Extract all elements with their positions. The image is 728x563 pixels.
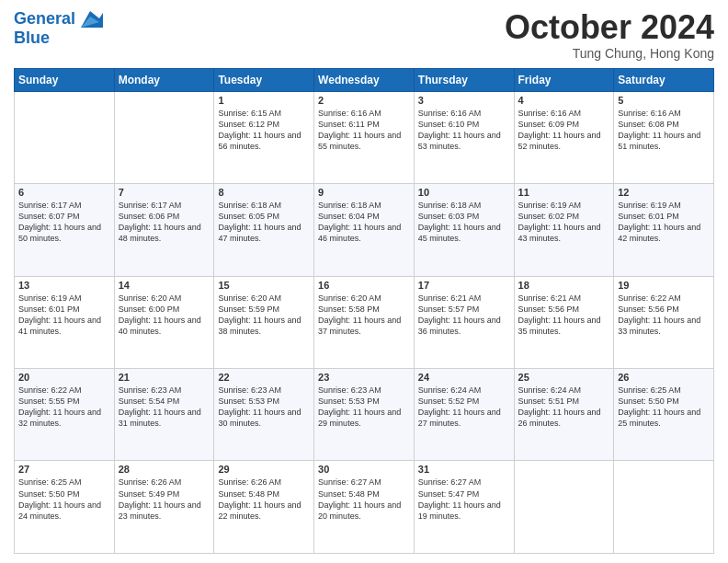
- day-number: 17: [418, 280, 510, 291]
- day-number: 20: [18, 372, 110, 383]
- cell-details: Sunrise: 6:18 AM Sunset: 6:04 PM Dayligh…: [318, 200, 410, 245]
- day-number: 19: [618, 280, 710, 291]
- day-number: 10: [418, 187, 510, 198]
- day-number: 23: [318, 372, 410, 383]
- table-row: [614, 461, 714, 554]
- day-number: 13: [18, 280, 110, 291]
- col-monday: Monday: [114, 68, 214, 91]
- day-number: 4: [518, 95, 610, 106]
- day-number: 12: [618, 187, 710, 198]
- cell-details: Sunrise: 6:27 AM Sunset: 5:48 PM Dayligh…: [318, 477, 410, 522]
- month-title: October 2024: [505, 9, 714, 46]
- cell-details: Sunrise: 6:20 AM Sunset: 6:00 PM Dayligh…: [119, 293, 210, 338]
- table-row: 10Sunrise: 6:18 AM Sunset: 6:03 PM Dayli…: [414, 184, 514, 276]
- col-thursday: Thursday: [414, 68, 514, 91]
- cell-details: Sunrise: 6:23 AM Sunset: 5:54 PM Dayligh…: [119, 385, 210, 430]
- table-row: 17Sunrise: 6:21 AM Sunset: 5:57 PM Dayli…: [414, 276, 514, 368]
- table-row: 7Sunrise: 6:17 AM Sunset: 6:06 PM Daylig…: [114, 184, 214, 276]
- cell-details: Sunrise: 6:27 AM Sunset: 5:47 PM Dayligh…: [418, 477, 510, 522]
- col-wednesday: Wednesday: [314, 68, 415, 91]
- table-row: 12Sunrise: 6:19 AM Sunset: 6:01 PM Dayli…: [614, 184, 714, 276]
- calendar-week-row: 13Sunrise: 6:19 AM Sunset: 6:01 PM Dayli…: [15, 276, 714, 368]
- table-row: 24Sunrise: 6:24 AM Sunset: 5:52 PM Dayli…: [414, 369, 514, 461]
- day-number: 28: [119, 464, 210, 475]
- cell-details: Sunrise: 6:19 AM Sunset: 6:01 PM Dayligh…: [618, 200, 710, 245]
- logo-icon: [77, 9, 103, 29]
- table-row: 6Sunrise: 6:17 AM Sunset: 6:07 PM Daylig…: [15, 184, 115, 276]
- cell-details: Sunrise: 6:20 AM Sunset: 5:59 PM Dayligh…: [218, 293, 310, 338]
- table-row: 5Sunrise: 6:16 AM Sunset: 6:08 PM Daylig…: [614, 91, 714, 183]
- table-row: 4Sunrise: 6:16 AM Sunset: 6:09 PM Daylig…: [514, 91, 614, 183]
- table-row: 31Sunrise: 6:27 AM Sunset: 5:47 PM Dayli…: [414, 461, 514, 554]
- cell-details: Sunrise: 6:16 AM Sunset: 6:08 PM Dayligh…: [618, 108, 710, 153]
- logo: General Blue: [14, 9, 103, 48]
- header: General Blue October 2024 Tung Chung, Ho…: [14, 9, 714, 61]
- day-number: 27: [18, 464, 110, 475]
- table-row: 30Sunrise: 6:27 AM Sunset: 5:48 PM Dayli…: [314, 461, 415, 554]
- day-number: 5: [618, 95, 710, 106]
- table-row: [114, 91, 214, 183]
- table-row: [15, 91, 115, 183]
- calendar-week-row: 20Sunrise: 6:22 AM Sunset: 5:55 PM Dayli…: [15, 369, 714, 461]
- cell-details: Sunrise: 6:26 AM Sunset: 5:48 PM Dayligh…: [218, 477, 310, 522]
- cell-details: Sunrise: 6:17 AM Sunset: 6:06 PM Dayligh…: [119, 200, 210, 245]
- calendar-week-row: 6Sunrise: 6:17 AM Sunset: 6:07 PM Daylig…: [15, 184, 714, 276]
- cell-details: Sunrise: 6:23 AM Sunset: 5:53 PM Dayligh…: [318, 385, 410, 430]
- day-number: 31: [418, 464, 510, 475]
- table-row: 28Sunrise: 6:26 AM Sunset: 5:49 PM Dayli…: [114, 461, 214, 554]
- subtitle: Tung Chung, Hong Kong: [505, 46, 714, 61]
- day-number: 22: [218, 372, 310, 383]
- cell-details: Sunrise: 6:16 AM Sunset: 6:10 PM Dayligh…: [418, 108, 510, 153]
- day-number: 7: [119, 187, 210, 198]
- cell-details: Sunrise: 6:25 AM Sunset: 5:50 PM Dayligh…: [618, 385, 710, 430]
- cell-details: Sunrise: 6:18 AM Sunset: 6:05 PM Dayligh…: [218, 200, 310, 245]
- day-number: 26: [618, 372, 710, 383]
- table-row: [514, 461, 614, 554]
- title-block: October 2024 Tung Chung, Hong Kong: [505, 9, 714, 61]
- day-number: 6: [18, 187, 110, 198]
- day-number: 11: [518, 187, 610, 198]
- cell-details: Sunrise: 6:16 AM Sunset: 6:11 PM Dayligh…: [318, 108, 410, 153]
- col-friday: Friday: [514, 68, 614, 91]
- calendar-week-row: 27Sunrise: 6:25 AM Sunset: 5:50 PM Dayli…: [15, 461, 714, 554]
- table-row: 9Sunrise: 6:18 AM Sunset: 6:04 PM Daylig…: [314, 184, 415, 276]
- table-row: 23Sunrise: 6:23 AM Sunset: 5:53 PM Dayli…: [314, 369, 415, 461]
- day-number: 15: [218, 280, 310, 291]
- cell-details: Sunrise: 6:17 AM Sunset: 6:07 PM Dayligh…: [18, 200, 110, 245]
- calendar-table: Sunday Monday Tuesday Wednesday Thursday…: [14, 68, 714, 554]
- cell-details: Sunrise: 6:23 AM Sunset: 5:53 PM Dayligh…: [218, 385, 310, 430]
- cell-details: Sunrise: 6:20 AM Sunset: 5:58 PM Dayligh…: [318, 293, 410, 338]
- day-number: 2: [318, 95, 410, 106]
- table-row: 14Sunrise: 6:20 AM Sunset: 6:00 PM Dayli…: [114, 276, 214, 368]
- cell-details: Sunrise: 6:22 AM Sunset: 5:55 PM Dayligh…: [18, 385, 110, 430]
- cell-details: Sunrise: 6:16 AM Sunset: 6:09 PM Dayligh…: [518, 108, 610, 153]
- table-row: 16Sunrise: 6:20 AM Sunset: 5:58 PM Dayli…: [314, 276, 415, 368]
- cell-details: Sunrise: 6:22 AM Sunset: 5:56 PM Dayligh…: [618, 293, 710, 338]
- cell-details: Sunrise: 6:26 AM Sunset: 5:49 PM Dayligh…: [119, 477, 210, 522]
- day-number: 14: [119, 280, 210, 291]
- cell-details: Sunrise: 6:24 AM Sunset: 5:52 PM Dayligh…: [418, 385, 510, 430]
- day-number: 25: [518, 372, 610, 383]
- table-row: 19Sunrise: 6:22 AM Sunset: 5:56 PM Dayli…: [614, 276, 714, 368]
- day-number: 1: [218, 95, 310, 106]
- table-row: 15Sunrise: 6:20 AM Sunset: 5:59 PM Dayli…: [214, 276, 314, 368]
- cell-details: Sunrise: 6:21 AM Sunset: 5:56 PM Dayligh…: [518, 293, 610, 338]
- day-number: 21: [119, 372, 210, 383]
- col-tuesday: Tuesday: [214, 68, 314, 91]
- table-row: 20Sunrise: 6:22 AM Sunset: 5:55 PM Dayli…: [15, 369, 115, 461]
- table-row: 25Sunrise: 6:24 AM Sunset: 5:51 PM Dayli…: [514, 369, 614, 461]
- cell-details: Sunrise: 6:24 AM Sunset: 5:51 PM Dayligh…: [518, 385, 610, 430]
- day-number: 8: [218, 187, 310, 198]
- cell-details: Sunrise: 6:25 AM Sunset: 5:50 PM Dayligh…: [18, 477, 110, 522]
- cell-details: Sunrise: 6:19 AM Sunset: 6:01 PM Dayligh…: [18, 293, 110, 338]
- col-saturday: Saturday: [614, 68, 714, 91]
- calendar-header-row: Sunday Monday Tuesday Wednesday Thursday…: [15, 68, 714, 91]
- table-row: 18Sunrise: 6:21 AM Sunset: 5:56 PM Dayli…: [514, 276, 614, 368]
- calendar-week-row: 1Sunrise: 6:15 AM Sunset: 6:12 PM Daylig…: [15, 91, 714, 183]
- logo-text: General: [14, 10, 75, 29]
- table-row: 26Sunrise: 6:25 AM Sunset: 5:50 PM Dayli…: [614, 369, 714, 461]
- cell-details: Sunrise: 6:15 AM Sunset: 6:12 PM Dayligh…: [218, 108, 310, 153]
- day-number: 18: [518, 280, 610, 291]
- table-row: 3Sunrise: 6:16 AM Sunset: 6:10 PM Daylig…: [414, 91, 514, 183]
- page: General Blue October 2024 Tung Chung, Ho…: [0, 0, 728, 563]
